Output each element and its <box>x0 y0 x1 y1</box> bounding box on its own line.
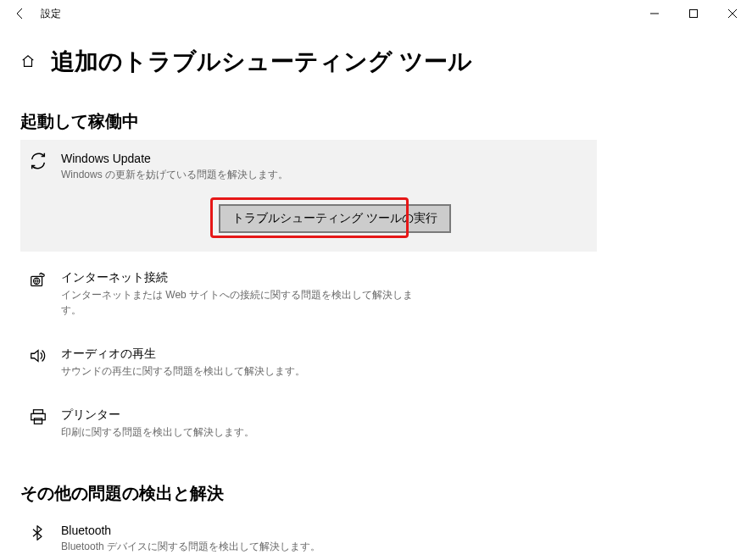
troubleshooter-title: オーディオの再生 <box>61 347 588 362</box>
troubleshooter-title: Windows Update <box>61 152 588 165</box>
troubleshooter-desc: Windows の更新を妨げている問題を解決します。 <box>61 167 417 182</box>
svg-rect-3 <box>34 410 43 414</box>
troubleshooter-desc: Bluetooth デバイスに関する問題を検出して解決します。 <box>61 539 417 554</box>
section-heading-other: その他の問題の検出と解決 <box>20 482 732 505</box>
window-title: 設定 <box>34 7 635 21</box>
troubleshooter-title: Bluetooth <box>61 524 588 537</box>
maximize-button[interactable] <box>674 0 713 27</box>
back-button[interactable] <box>7 0 34 27</box>
sync-icon <box>29 152 49 182</box>
svg-rect-0 <box>690 10 698 18</box>
page-title: 追加のトラブルシューティング ツール <box>51 46 472 78</box>
speaker-icon <box>29 347 49 379</box>
bluetooth-icon <box>29 524 49 554</box>
troubleshooter-title: インターネット接続 <box>61 270 588 286</box>
section-heading-running: 起動して稼働中 <box>20 110 732 133</box>
troubleshooter-title: プリンター <box>61 408 588 423</box>
svg-rect-4 <box>31 413 46 419</box>
troubleshooter-bluetooth[interactable]: Bluetooth Bluetooth デバイスに関する問題を検出して解決します… <box>20 512 597 560</box>
troubleshooter-windows-update[interactable]: Windows Update Windows の更新を妨げている問題を解決します… <box>20 140 597 252</box>
globe-icon <box>29 270 49 318</box>
title-bar: 設定 <box>0 0 752 27</box>
run-troubleshooter-button[interactable]: トラブルシューティング ツールの実行 <box>219 204 451 233</box>
printer-icon <box>29 408 49 440</box>
minimize-button[interactable] <box>635 0 674 27</box>
troubleshooter-printer[interactable]: プリンター 印刷に関する問題を検出して解決します。 <box>20 396 597 450</box>
troubleshooter-desc: インターネットまたは Web サイトへの接続に関する問題を検出して解決します。 <box>61 287 417 318</box>
close-button[interactable] <box>713 0 752 27</box>
troubleshooter-desc: 印刷に関する問題を検出して解決します。 <box>61 424 417 440</box>
svg-rect-5 <box>34 419 42 424</box>
troubleshooter-internet[interactable]: インターネット接続 インターネットまたは Web サイトへの接続に関する問題を検… <box>20 258 597 328</box>
content-area: 追加のトラブルシューティング ツール 起動して稼働中 Windows Updat… <box>0 27 752 560</box>
troubleshooter-desc: サウンドの再生に関する問題を検出して解決します。 <box>61 363 417 379</box>
home-icon[interactable] <box>20 53 37 70</box>
troubleshooter-audio[interactable]: オーディオの再生 サウンドの再生に関する問題を検出して解決します。 <box>20 335 597 389</box>
